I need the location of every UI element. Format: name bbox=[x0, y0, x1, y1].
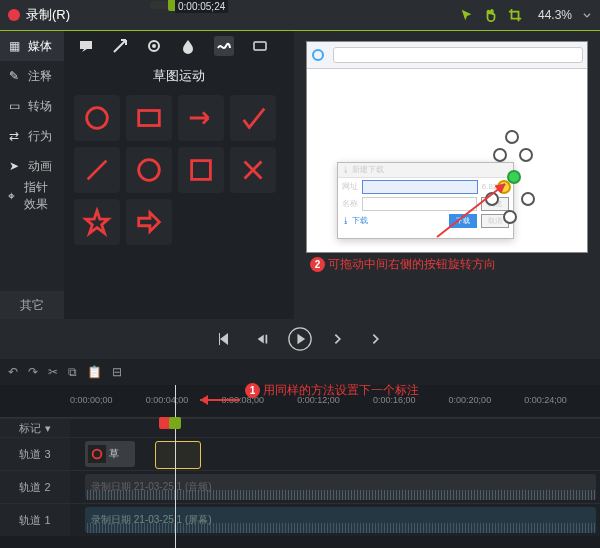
track-2-header[interactable]: 轨道 2 bbox=[0, 471, 70, 503]
split-button[interactable]: ⊟ bbox=[112, 365, 122, 379]
annotation-2: 2可拖动中间右侧的按钮旋转方向 bbox=[310, 256, 496, 273]
next-frame-button[interactable] bbox=[364, 327, 388, 351]
transition-icon: ▭ bbox=[6, 98, 22, 114]
browser-url-bar bbox=[333, 47, 583, 63]
shape-star[interactable] bbox=[74, 199, 120, 245]
track-1: 轨道 1 录制日期 21-03-25 1 (屏幕) bbox=[0, 503, 600, 536]
annotation-arrow-1-icon bbox=[192, 385, 242, 415]
video-clip[interactable]: 录制日期 21-03-25 1 (屏幕) bbox=[85, 507, 596, 533]
prev-frame-button[interactable] bbox=[212, 327, 236, 351]
svg-point-2 bbox=[152, 44, 156, 48]
sidebar-item-media[interactable]: ▦媒体 bbox=[0, 31, 64, 61]
svg-point-9 bbox=[93, 450, 102, 459]
play-button[interactable] bbox=[288, 327, 312, 351]
preview-canvas[interactable]: ⭳ 新建下载 网址6.82GB 名称浏览 ⭳ 下载下载取消 bbox=[306, 41, 588, 253]
sidebar: ▦媒体 ✎注释 ▭转场 ⇄行为 ➤动画 ⌖指针效果 其它 bbox=[0, 31, 64, 319]
annotation-clip[interactable]: 草 bbox=[85, 441, 135, 467]
sidebar-item-pointer[interactable]: ⌖指针效果 bbox=[0, 181, 64, 211]
chevron-down-icon[interactable] bbox=[582, 8, 592, 22]
annotation-1: 1用同样的方法设置下一个标注 bbox=[245, 382, 419, 399]
sidebar-item-transition[interactable]: ▭转场 bbox=[0, 91, 64, 121]
pointer-icon: ⌖ bbox=[6, 188, 18, 204]
audio-clip[interactable]: 录制日期 21-03-25 1 (音频) bbox=[85, 474, 596, 500]
copy-button[interactable]: ⧉ bbox=[68, 365, 77, 379]
svg-rect-3 bbox=[254, 42, 266, 50]
marker-label: 标记 ▾ bbox=[0, 419, 70, 437]
step-back-button[interactable] bbox=[250, 327, 274, 351]
path-node[interactable] bbox=[521, 192, 535, 206]
badge-2-icon: 2 bbox=[310, 257, 325, 272]
arrow-tool-icon[interactable] bbox=[112, 38, 128, 54]
shapes-panel: 草图运动 bbox=[64, 31, 294, 319]
sketch-tool-icon[interactable] bbox=[214, 36, 234, 56]
crop-icon[interactable] bbox=[508, 8, 522, 22]
track-1-header[interactable]: 轨道 1 bbox=[0, 504, 70, 536]
behavior-icon: ⇄ bbox=[6, 128, 22, 144]
path-node[interactable] bbox=[519, 148, 533, 162]
sidebar-item-behavior[interactable]: ⇄行为 bbox=[0, 121, 64, 151]
shape-tool-icon[interactable] bbox=[146, 38, 162, 54]
shape-circle[interactable] bbox=[74, 95, 120, 141]
cursor-icon[interactable] bbox=[460, 8, 474, 22]
track-2: 轨道 2 录制日期 21-03-25 1 (音频) bbox=[0, 470, 600, 503]
sidebar-item-annotate[interactable]: ✎注释 bbox=[0, 61, 64, 91]
playback-bar bbox=[0, 319, 600, 359]
shape-line[interactable] bbox=[74, 147, 120, 193]
timeline: + 0:00:00;000:00:04;000:00:08;000:00:12;… bbox=[0, 385, 600, 548]
track-3: 轨道 3 草 bbox=[0, 437, 600, 470]
svg-point-4 bbox=[87, 108, 108, 129]
path-node[interactable] bbox=[505, 130, 519, 144]
shape-ring[interactable] bbox=[126, 147, 172, 193]
shapes-toolbar bbox=[64, 31, 294, 61]
browser-tab-icon bbox=[312, 49, 324, 61]
shape-square[interactable] bbox=[178, 147, 224, 193]
svg-rect-7 bbox=[192, 161, 211, 180]
shape-block-arrow[interactable] bbox=[126, 199, 172, 245]
paste-button[interactable]: 📋 bbox=[87, 365, 102, 379]
browser-chrome bbox=[307, 42, 587, 69]
blur-tool-icon[interactable] bbox=[180, 38, 196, 54]
animate-icon: ➤ bbox=[6, 158, 22, 174]
top-bar: 录制(R) 44.3% bbox=[0, 0, 600, 31]
keystroke-icon[interactable] bbox=[252, 38, 268, 54]
annotation-arrow-icon bbox=[427, 172, 517, 242]
shape-check[interactable] bbox=[230, 95, 276, 141]
undo-button[interactable]: ↶ bbox=[8, 365, 18, 379]
work-area: ▦媒体 ✎注释 ▭转场 ⇄行为 ➤动画 ⌖指针效果 其它 草图运动 bbox=[0, 31, 600, 319]
current-time: 0:00:05;24 bbox=[175, 0, 228, 13]
redo-button[interactable]: ↷ bbox=[28, 365, 38, 379]
svg-point-6 bbox=[139, 160, 160, 181]
path-node[interactable] bbox=[493, 148, 507, 162]
record-indicator-icon bbox=[8, 9, 20, 21]
cut-button[interactable]: ✂ bbox=[48, 365, 58, 379]
preview-panel: ⭳ 新建下载 网址6.82GB 名称浏览 ⭳ 下载下载取消 bbox=[294, 31, 600, 319]
marker-row[interactable]: 标记 ▾ bbox=[0, 418, 600, 437]
shapes-grid bbox=[64, 91, 294, 249]
hand-icon[interactable] bbox=[484, 8, 498, 22]
sidebar-misc[interactable]: 其它 bbox=[0, 291, 64, 319]
svg-rect-5 bbox=[139, 111, 160, 126]
shape-arrow[interactable] bbox=[178, 95, 224, 141]
badge-1-icon: 1 bbox=[245, 383, 260, 398]
shape-x[interactable] bbox=[230, 147, 276, 193]
selected-clip[interactable] bbox=[155, 441, 201, 469]
track-3-header[interactable]: 轨道 3 bbox=[0, 438, 70, 470]
step-fwd-button[interactable] bbox=[326, 327, 350, 351]
media-icon: ▦ bbox=[6, 38, 22, 54]
zoom-level[interactable]: 44.3% bbox=[538, 8, 572, 22]
shapes-title: 草图运动 bbox=[64, 61, 294, 91]
clip-thumb-icon bbox=[88, 445, 106, 463]
sidebar-item-animate[interactable]: ➤动画 bbox=[0, 151, 64, 181]
svg-rect-0 bbox=[80, 41, 92, 49]
annotate-icon: ✎ bbox=[6, 68, 22, 84]
shape-rect[interactable] bbox=[126, 95, 172, 141]
record-button[interactable]: 录制(R) bbox=[26, 6, 70, 24]
callout-icon[interactable] bbox=[78, 38, 94, 54]
playhead[interactable] bbox=[175, 385, 176, 548]
